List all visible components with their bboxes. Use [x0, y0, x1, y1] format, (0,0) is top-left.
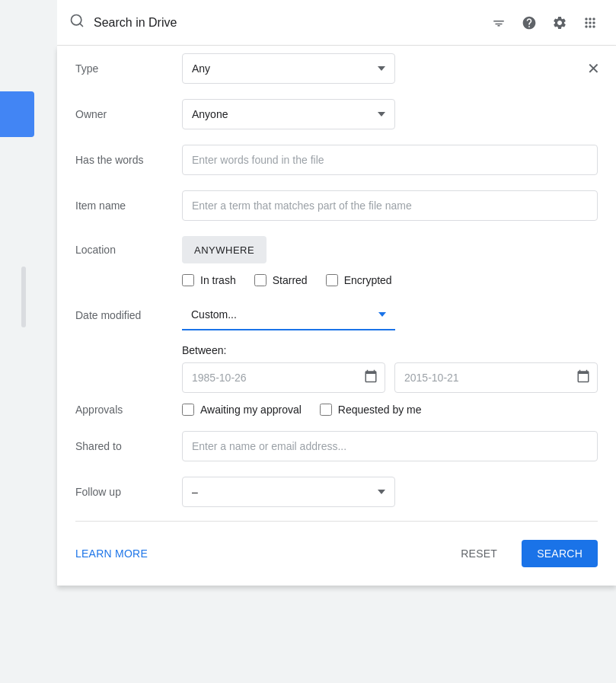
item-name-label: Item name [75, 199, 182, 212]
follow-up-row: Follow up – Suggestions for you Items yo… [75, 469, 598, 515]
calendar-from-icon[interactable] [364, 369, 378, 386]
owner-row: Owner Anyone Me Not me Specific person [75, 91, 598, 137]
search-icon [69, 13, 85, 32]
location-label: Location [75, 244, 182, 256]
scrollbar-track [21, 266, 26, 327]
type-row: Type Any Documents Spreadsheets Presenta… [75, 46, 598, 91]
reset-button[interactable]: RESET [445, 540, 512, 567]
date-to-wrap [394, 362, 598, 393]
top-bar [57, 0, 616, 46]
apps-button[interactable] [576, 9, 604, 37]
location-control: ANYWHERE [182, 236, 598, 263]
divider [75, 521, 598, 522]
requested-by-me-text: Requested by me [338, 404, 422, 416]
has-words-label: Has the words [75, 154, 182, 166]
bottom-bar: LEARN MORE RESET SEARCH [75, 528, 598, 567]
follow-up-control: – Suggestions for you Items you've comme… [182, 477, 598, 507]
learn-more-button[interactable]: LEARN MORE [75, 547, 148, 560]
location-row: Location ANYWHERE [75, 228, 598, 271]
date-modified-row: Date modified Any time Today Last 7 days… [75, 292, 598, 338]
item-name-control [182, 190, 598, 221]
encrypted-checkbox-label[interactable]: Encrypted [326, 274, 392, 286]
approvals-row: Approvals Awaiting my approval Requested… [75, 396, 598, 423]
bottom-right-buttons: RESET SEARCH [445, 540, 598, 567]
svg-line-1 [80, 24, 83, 27]
top-bar-icons [479, 9, 604, 37]
between-label: Between: [75, 338, 598, 359]
checkbox-group: In trash Starred Encrypted [75, 271, 598, 292]
awaiting-approval-text: Awaiting my approval [200, 404, 302, 416]
requested-by-me-label[interactable]: Requested by me [320, 404, 422, 416]
search-button[interactable]: SEARCH [522, 540, 598, 567]
in-trash-checkbox[interactable] [182, 274, 194, 286]
location-anywhere-button[interactable]: ANYWHERE [182, 236, 267, 263]
shared-to-row: Shared to [75, 423, 598, 469]
follow-up-select[interactable]: – Suggestions for you Items you've comme… [182, 477, 395, 507]
awaiting-approval-checkbox[interactable] [182, 404, 194, 416]
owner-label: Owner [75, 108, 182, 120]
follow-up-label: Follow up [75, 486, 182, 498]
starred-label: Starred [273, 274, 308, 286]
has-words-control [182, 145, 598, 175]
approvals-label: Approvals [75, 404, 182, 416]
shared-to-control [182, 431, 598, 461]
blue-accent-shape [0, 91, 34, 137]
settings-button[interactable] [546, 9, 573, 37]
starred-checkbox[interactable] [254, 274, 267, 286]
calendar-to-icon[interactable] [576, 369, 590, 386]
type-control: Any Documents Spreadsheets Presentations… [182, 53, 598, 84]
date-from-wrap [182, 362, 385, 393]
has-words-row: Has the words [75, 137, 598, 183]
item-name-row: Item name [75, 183, 598, 228]
shared-to-input[interactable] [182, 431, 598, 461]
date-modified-control: Any time Today Last 7 days Last 30 days … [182, 300, 598, 330]
type-label: Type [75, 62, 182, 75]
filter-button[interactable] [485, 9, 512, 37]
owner-control: Anyone Me Not me Specific person [182, 99, 598, 129]
date-modified-select[interactable]: Any time Today Last 7 days Last 30 days … [182, 300, 395, 330]
in-trash-checkbox-label[interactable]: In trash [182, 274, 236, 286]
approvals-checks: Awaiting my approval Requested by me [182, 404, 422, 416]
starred-checkbox-label[interactable]: Starred [254, 274, 308, 286]
date-modified-label: Date modified [75, 309, 182, 321]
has-words-input[interactable] [182, 145, 598, 175]
date-range-row [75, 359, 598, 396]
search-input[interactable] [94, 16, 479, 30]
date-from-input[interactable] [182, 362, 385, 393]
encrypted-label: Encrypted [344, 274, 392, 286]
type-select[interactable]: Any Documents Spreadsheets Presentations… [182, 53, 395, 84]
owner-select[interactable]: Anyone Me Not me Specific person [182, 99, 395, 129]
help-button[interactable] [515, 9, 543, 37]
date-to-input[interactable] [394, 362, 598, 393]
awaiting-approval-label[interactable]: Awaiting my approval [182, 404, 302, 416]
shared-to-label: Shared to [75, 440, 182, 452]
encrypted-checkbox[interactable] [326, 274, 338, 286]
item-name-input[interactable] [182, 190, 598, 221]
requested-by-me-checkbox[interactable] [320, 404, 332, 416]
search-panel: ✕ Type Any Documents Spreadsheets Presen… [57, 46, 616, 586]
in-trash-label: In trash [200, 274, 236, 286]
